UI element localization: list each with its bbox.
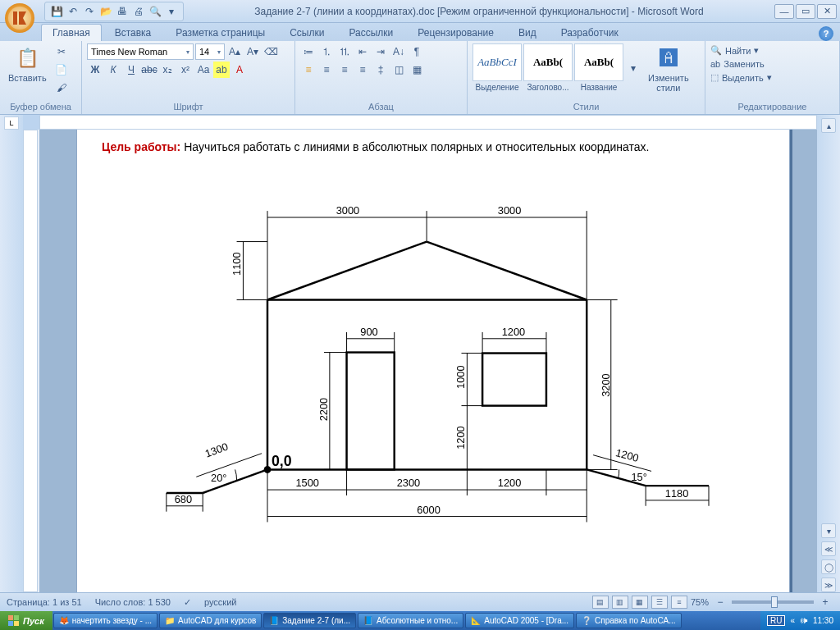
clear-format-icon[interactable]: ⌫	[262, 43, 279, 60]
tab-developer[interactable]: Разработчик	[550, 24, 630, 41]
style-emphasis[interactable]: AaBbCcIВыделение	[472, 43, 522, 92]
undo-icon[interactable]: ↶	[66, 5, 80, 18]
task-word-current[interactable]: 📘 Задание 2-7 (ли...	[263, 613, 356, 628]
window-title: Задание 2-7 (линии а координатах).doc [Р…	[184, 6, 774, 17]
redo-icon[interactable]: ↷	[83, 5, 96, 18]
align-left-button[interactable]: ≡	[300, 62, 317, 78]
borders-button[interactable]: ▦	[409, 62, 425, 78]
tray-expand-icon[interactable]: «	[790, 616, 795, 625]
svg-rect-76	[14, 615, 19, 620]
underline-button[interactable]: Ч	[123, 62, 139, 78]
change-styles-button[interactable]: 🅰 Изменить стили	[645, 43, 692, 94]
clock[interactable]: 11:30	[813, 616, 833, 625]
group-font-label: Шрифт	[87, 100, 290, 112]
status-language[interactable]: русский	[204, 597, 236, 607]
strike-button[interactable]: abc	[141, 62, 158, 78]
font-name-combo[interactable]: Times New Roman	[87, 43, 194, 60]
shrink-font-icon[interactable]: A▾	[244, 43, 261, 60]
styles-more-icon[interactable]: ▾	[625, 60, 641, 76]
preview-icon[interactable]: 🔍	[148, 5, 162, 18]
close-button[interactable]: ✕	[817, 4, 837, 19]
start-button[interactable]: Пуск	[0, 611, 52, 630]
highlight-button[interactable]: ab	[213, 62, 230, 78]
font-color-button[interactable]: A	[231, 62, 248, 78]
view-outline[interactable]: ☰	[651, 596, 668, 609]
vertical-ruler[interactable]	[23, 130, 38, 592]
bullets-button[interactable]: ≔	[300, 43, 317, 60]
change-case-button[interactable]: Aa	[195, 62, 212, 78]
tray-volume-icon[interactable]: 🕪	[800, 616, 808, 625]
tab-review[interactable]: Рецензирование	[406, 24, 505, 41]
font-size-combo[interactable]: 14	[195, 43, 225, 60]
status-page[interactable]: Страница: 1 из 51	[7, 597, 82, 607]
status-words[interactable]: Число слов: 1 530	[95, 597, 171, 607]
task-help[interactable]: ❔ Справка по AutoCA...	[576, 613, 682, 628]
replace-button[interactable]: abЗаменить	[710, 59, 765, 69]
status-proofing-icon[interactable]: ✓	[184, 597, 191, 608]
numbering-button[interactable]: ⒈	[318, 43, 335, 60]
tab-selector[interactable]: L	[4, 116, 19, 130]
outdent-button[interactable]: ⇤	[354, 43, 371, 60]
tab-insert[interactable]: Вставка	[103, 24, 163, 41]
qat-more-icon[interactable]: ▾	[165, 5, 178, 18]
tab-home[interactable]: Главная	[41, 24, 102, 41]
italic-button[interactable]: К	[105, 62, 121, 78]
browse-object-icon[interactable]: ◯	[821, 559, 836, 574]
view-print-layout[interactable]: ▤	[592, 596, 609, 609]
view-web[interactable]: ▦	[632, 596, 648, 609]
maximize-button[interactable]: ▭	[796, 4, 815, 19]
svg-rect-77	[8, 621, 13, 626]
grow-font-icon[interactable]: A▴	[226, 43, 243, 60]
horizontal-ruler[interactable]	[39, 115, 817, 130]
tab-page-layout[interactable]: Разметка страницы	[164, 24, 276, 41]
scroll-up-icon[interactable]: ▴	[821, 118, 836, 133]
subscript-button[interactable]: x₂	[159, 62, 176, 78]
multilevel-button[interactable]: ⒒	[336, 43, 353, 60]
zoom-level[interactable]: 75%	[691, 597, 709, 607]
minimize-button[interactable]: —	[774, 4, 794, 19]
scroll-down-icon[interactable]: ▾	[821, 523, 836, 538]
paste-button[interactable]: 📋 Вставить	[5, 43, 50, 84]
format-painter-icon[interactable]: 🖌	[53, 80, 70, 96]
view-full-reading[interactable]: ▥	[612, 596, 628, 609]
next-page-icon[interactable]: ≫	[821, 578, 836, 592]
align-right-button[interactable]: ≡	[336, 62, 353, 78]
zoom-slider[interactable]	[732, 600, 814, 604]
align-center-button[interactable]: ≡	[318, 62, 335, 78]
task-word-other[interactable]: 📘 Абсолютные и отно...	[358, 613, 463, 628]
task-folder[interactable]: 📁 AutoCAD для курсов	[159, 613, 262, 628]
tab-references[interactable]: Ссылки	[278, 24, 336, 41]
sort-button[interactable]: A↓	[390, 43, 407, 60]
find-button[interactable]: 🔍Найти ▾	[710, 45, 759, 56]
svg-text:20°: 20°	[211, 472, 226, 484]
copy-icon[interactable]: 📄	[53, 62, 70, 78]
zoom-in-button[interactable]: +	[817, 594, 833, 610]
task-firefox[interactable]: 🦊 начертить звезду - ...	[53, 613, 158, 628]
print-icon[interactable]: 🖨	[132, 5, 145, 18]
prev-page-icon[interactable]: ≪	[821, 541, 836, 556]
select-button[interactable]: ⬚Выделить ▾	[710, 72, 772, 83]
task-autocad[interactable]: 📐 AutoCAD 2005 - [Dra...	[465, 613, 574, 628]
style-heading[interactable]: AaBb(Заголово...	[523, 43, 573, 92]
save-icon[interactable]: 💾	[50, 5, 63, 18]
svg-text:3000: 3000	[498, 204, 521, 217]
cut-icon[interactable]: ✂	[53, 43, 70, 60]
quickprint-icon[interactable]: 🖶	[116, 5, 129, 18]
system-tray: RU « 🕪 11:30	[760, 611, 840, 630]
indent-button[interactable]: ⇥	[372, 43, 389, 60]
help-button[interactable]: ?	[819, 26, 833, 41]
line-spacing-button[interactable]: ‡	[372, 62, 389, 78]
tab-mailings[interactable]: Рассылки	[337, 24, 404, 41]
show-marks-button[interactable]: ¶	[409, 43, 425, 60]
style-title[interactable]: AaBb(Название	[574, 43, 623, 92]
justify-button[interactable]: ≡	[354, 62, 371, 78]
superscript-button[interactable]: x²	[177, 62, 194, 78]
zoom-out-button[interactable]: −	[712, 594, 728, 610]
shading-button[interactable]: ◫	[390, 62, 407, 78]
view-draft[interactable]: ≡	[671, 596, 687, 609]
tab-view[interactable]: Вид	[507, 24, 548, 41]
office-button[interactable]	[3, 2, 36, 34]
bold-button[interactable]: Ж	[87, 62, 103, 78]
open-icon[interactable]: 📂	[99, 5, 112, 18]
lang-indicator[interactable]: RU	[767, 615, 785, 626]
